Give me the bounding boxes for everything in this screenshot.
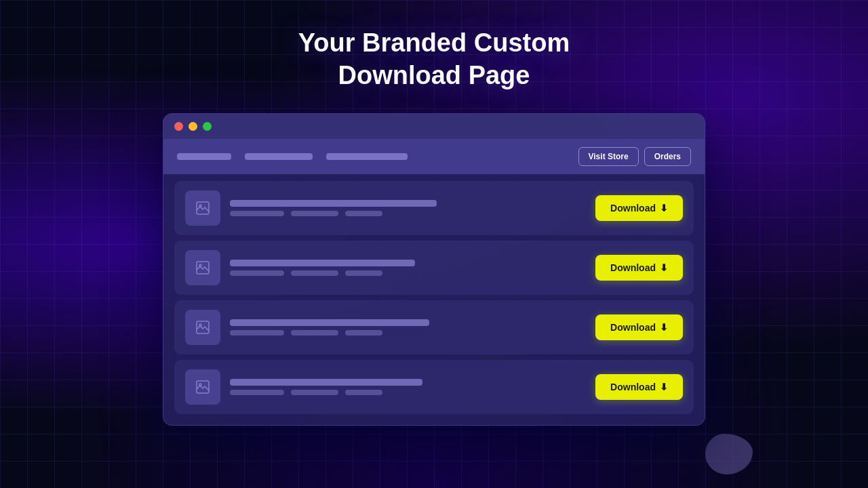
download-button-2[interactable]: Download ⬇ bbox=[595, 255, 683, 281]
browser-content: Visit Store Orders bbox=[163, 139, 705, 425]
image-icon-2 bbox=[195, 260, 211, 276]
svg-point-1 bbox=[199, 205, 201, 207]
file-name-bar-2 bbox=[230, 260, 415, 266]
nav-link-1 bbox=[177, 153, 231, 160]
nav-link-2 bbox=[245, 153, 313, 160]
download-icon-2: ⬇ bbox=[660, 262, 668, 273]
download-button-4[interactable]: Download ⬇ bbox=[595, 374, 683, 400]
file-info-2 bbox=[230, 260, 586, 276]
download-label-2: Download bbox=[610, 262, 656, 273]
file-info-1 bbox=[230, 200, 586, 216]
file-meta-3b bbox=[291, 330, 338, 336]
file-meta-3c bbox=[345, 330, 382, 336]
file-meta-3a bbox=[230, 330, 284, 336]
file-thumb-3 bbox=[185, 310, 220, 345]
file-thumb-2 bbox=[185, 250, 220, 285]
download-icon-4: ⬇ bbox=[660, 382, 668, 392]
file-name-bar-4 bbox=[230, 379, 422, 386]
download-label-4: Download bbox=[610, 382, 656, 392]
file-meta-row-1 bbox=[230, 211, 586, 216]
file-meta-row-4 bbox=[230, 390, 586, 395]
file-info-3 bbox=[230, 319, 586, 336]
nav-link-3 bbox=[326, 153, 408, 160]
traffic-light-yellow bbox=[189, 122, 197, 131]
browser-window: Visit Store Orders bbox=[163, 113, 705, 426]
file-thumb-1 bbox=[185, 190, 220, 226]
file-list: Download ⬇ bbox=[163, 174, 705, 425]
nav-bar: Visit Store Orders bbox=[163, 139, 705, 174]
page-content: Your Branded Custom Download Page Visit … bbox=[0, 0, 868, 488]
file-info-4 bbox=[230, 379, 586, 395]
download-button-1[interactable]: Download ⬇ bbox=[595, 195, 683, 221]
file-item-4: Download ⬇ bbox=[174, 360, 694, 414]
orders-button[interactable]: Orders bbox=[644, 147, 691, 166]
svg-point-5 bbox=[199, 324, 201, 326]
image-icon-1 bbox=[195, 200, 211, 216]
download-label-1: Download bbox=[610, 203, 656, 214]
traffic-light-red bbox=[174, 122, 183, 131]
file-meta-1a bbox=[230, 211, 284, 216]
file-item-3: Download ⬇ bbox=[174, 300, 694, 354]
file-meta-row-2 bbox=[230, 270, 586, 276]
file-meta-4c bbox=[345, 390, 382, 395]
file-meta-2c bbox=[345, 270, 382, 276]
file-meta-2b bbox=[291, 270, 338, 276]
file-meta-1b bbox=[291, 211, 338, 216]
nav-links bbox=[177, 153, 408, 160]
file-meta-4b bbox=[291, 390, 338, 395]
file-meta-4a bbox=[230, 390, 284, 395]
file-meta-2a bbox=[230, 270, 284, 276]
svg-point-3 bbox=[199, 264, 201, 266]
file-thumb-4 bbox=[185, 369, 220, 405]
image-icon-3 bbox=[195, 319, 211, 336]
file-item-2: Download ⬇ bbox=[174, 241, 694, 295]
file-meta-row-3 bbox=[230, 330, 586, 336]
browser-title-bar bbox=[163, 114, 705, 139]
download-icon-1: ⬇ bbox=[660, 203, 668, 214]
file-name-bar-1 bbox=[230, 200, 437, 207]
svg-point-7 bbox=[199, 384, 201, 386]
download-label-3: Download bbox=[610, 322, 656, 333]
traffic-light-green bbox=[203, 122, 212, 131]
nav-actions: Visit Store Orders bbox=[578, 147, 692, 166]
file-meta-1c bbox=[345, 211, 382, 216]
file-item-1: Download ⬇ bbox=[174, 181, 694, 235]
file-name-bar-3 bbox=[230, 319, 429, 326]
image-icon-4 bbox=[195, 379, 211, 395]
download-button-3[interactable]: Download ⬇ bbox=[595, 314, 683, 340]
download-icon-3: ⬇ bbox=[660, 322, 668, 333]
visit-store-button[interactable]: Visit Store bbox=[578, 147, 639, 166]
page-title: Your Branded Custom Download Page bbox=[298, 27, 570, 92]
